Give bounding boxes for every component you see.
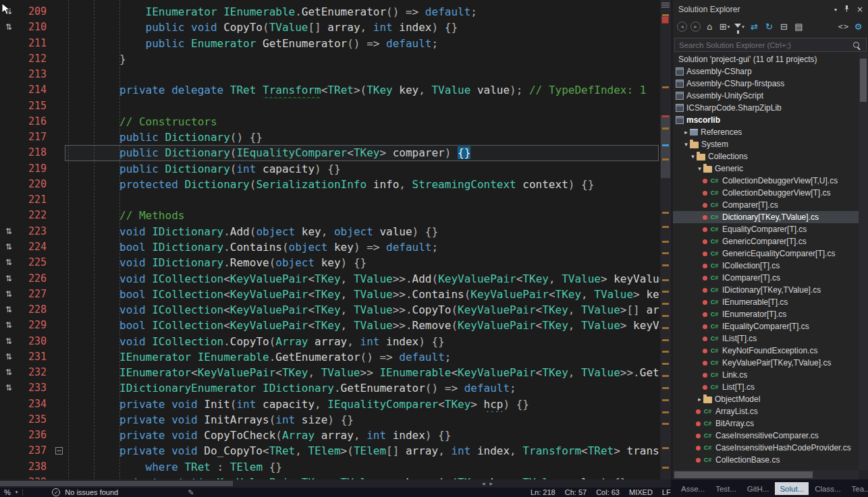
tree-item[interactable]: C#Link.cs [673, 369, 859, 381]
code-line[interactable]: 218 public Dictionary(IEqualityComparer<… [0, 145, 660, 160]
tool-window-tab[interactable]: Class... [810, 482, 845, 495]
interface-implementation-icon[interactable]: ⇅ [0, 239, 18, 255]
interface-implementation-icon[interactable]: ⇅ [0, 365, 18, 380]
code-line[interactable]: 222 // Methods [0, 208, 660, 223]
window-position-icon[interactable]: ▾ [834, 7, 837, 13]
code-line[interactable]: 211 public Enumerator GetEnumerator() =>… [0, 36, 660, 51]
tree-item[interactable]: Solution 'project-gui' (11 of 11 project… [673, 53, 859, 65]
show-all-files-button[interactable]: ▤ [793, 20, 805, 34]
interface-implementation-icon[interactable]: ⇅ [0, 271, 18, 287]
code-line[interactable]: ⇅231 IEnumerator IEnumerable.GetEnumerat… [0, 349, 660, 365]
zoom-level[interactable]: % [4, 488, 11, 496]
home-button[interactable]: ⌂ [704, 20, 715, 34]
code-line[interactable]: ⇅227 bool ICollection<KeyValuePair<TKey,… [0, 287, 660, 302]
tree-item[interactable]: C#List[T].cs [673, 381, 859, 393]
collapse-all-button[interactable]: ⊟ [778, 20, 790, 34]
tree-item[interactable]: Assembly-UnityScript [673, 90, 859, 102]
tree-item[interactable]: C#Comparer[T].cs [673, 199, 859, 211]
tree-item[interactable]: C#KeyNotFoundException.cs [673, 345, 859, 357]
interface-implementation-icon[interactable]: ⇅ [0, 302, 18, 318]
eol-indicator[interactable]: LF [662, 488, 671, 496]
code-line[interactable]: 237− private void Do_CopyTo<TRet, TElem>… [0, 443, 660, 459]
tree-item[interactable]: ICSharpCode.SharpZipLib [673, 102, 859, 114]
expanded-arrow-icon[interactable]: ▾ [696, 165, 703, 172]
tree-vertical-scrollbar[interactable] [859, 53, 868, 470]
scrollbar-thumb[interactable] [674, 471, 813, 478]
interface-implementation-icon[interactable]: ⇅ [0, 287, 18, 302]
tree-item[interactable]: ▸References [673, 126, 859, 138]
tree-item[interactable]: ▾Collections [673, 150, 859, 163]
code-line[interactable]: 235 private void InitArrays(int size) {} [0, 412, 660, 428]
code-line[interactable]: ⇅229 bool ICollection<KeyValuePair<TKey,… [0, 318, 660, 333]
code-line[interactable]: ⇅225 void IDictionary.Remove(object key)… [0, 255, 660, 270]
collapsed-arrow-icon[interactable]: ▸ [682, 129, 690, 136]
chevron-down-icon[interactable]: ▾ [16, 490, 18, 495]
code-line[interactable]: 216 // Constructors [0, 114, 660, 129]
search-icon[interactable] [853, 42, 859, 48]
properties-button[interactable]: ⚙ [852, 20, 864, 34]
scroll-left-icon[interactable]: ◂ [482, 480, 485, 487]
code-line[interactable]: 214 private delegate TRet Transform<TRet… [0, 82, 660, 98]
code-line[interactable]: ⇅233 IDictionaryEnumerator IDictionary.G… [0, 380, 660, 396]
tree-horizontal-scrollbar[interactable] [673, 470, 859, 479]
tree-item[interactable]: C#CollectionDebuggerView[T,U].cs [673, 175, 859, 187]
tree-item[interactable]: ▸ObjectModel [673, 393, 859, 405]
forward-button[interactable]: ▸ [690, 22, 701, 32]
code-line[interactable]: 212 } [0, 51, 660, 67]
tree-item[interactable]: Assembly-CSharp [673, 65, 859, 78]
tree-item[interactable]: C#IEqualityComparer[T].cs [673, 320, 859, 332]
tree-item[interactable]: C#ICollection[T].cs [673, 260, 859, 272]
tree-item[interactable]: C#IDictionary[TKey,TValue].cs [673, 284, 859, 296]
tool-window-tab[interactable]: Solut... [775, 482, 809, 495]
code-line[interactable]: 219 public Dictionary(int capacity) {} [0, 161, 660, 177]
view-code-button[interactable]: <> [838, 20, 849, 34]
editor-vertical-scrollbar[interactable] [660, 0, 671, 481]
issues-check-icon[interactable]: ✓ [52, 488, 60, 496]
tree-item[interactable]: C#CollectionBase.cs [673, 454, 859, 466]
code-line[interactable]: ⇅209 IEnumerator IEnumerable.GetEnumerat… [0, 4, 660, 20]
tree-item[interactable]: C#GenericEqualityComparer[T].cs [673, 247, 859, 260]
tree-item[interactable]: C#ArrayList.cs [673, 405, 859, 417]
tree-item[interactable]: Assembly-CSharp-firstpass [673, 78, 859, 90]
tree-item[interactable]: C#CollectionDebuggerView[T].cs [673, 187, 859, 199]
interface-implementation-icon[interactable]: ⇅ [0, 224, 18, 239]
code-line[interactable]: 217 public Dictionary() {} [0, 129, 660, 145]
code-line[interactable]: ⇅230 void ICollection.CopyTo(Array array… [0, 334, 660, 349]
tree-item[interactable]: C#GenericComparer[T].cs [673, 235, 859, 247]
collapsed-arrow-icon[interactable]: ▸ [696, 396, 703, 403]
interface-implementation-icon[interactable]: ⇅ [0, 255, 18, 270]
scrollbar-thumb[interactable] [860, 59, 867, 102]
refresh-button[interactable]: ↻ [763, 20, 775, 34]
tree-item[interactable]: C#CaseInsensitiveHashCodeProvider.cs [673, 442, 859, 454]
code-editor[interactable]: ⇅209 IEnumerator IEnumerable.GetEnumerat… [0, 0, 660, 481]
sync-with-active-document-button[interactable]: ⇄ [749, 20, 760, 34]
tree-item[interactable]: C#IList[T].cs [673, 332, 859, 345]
code-line[interactable]: 215 [0, 98, 660, 114]
expanded-arrow-icon[interactable]: ▾ [689, 153, 697, 160]
tool-window-tab[interactable]: GitH... [742, 482, 774, 495]
tree-item[interactable]: C#KeyValuePair[TKey,TValue].cs [673, 357, 859, 369]
close-icon[interactable]: × [857, 5, 863, 14]
code-line[interactable]: ⇅224 bool IDictionary.Contains(object ke… [0, 239, 660, 255]
tree-item[interactable]: C#IEnumerator[T].cs [673, 308, 859, 320]
scrollbar-thumb[interactable] [661, 115, 670, 178]
tool-window-tab[interactable]: Tea... [847, 482, 868, 495]
pin-icon[interactable] [843, 5, 850, 14]
tree-item[interactable]: ▾Generic [673, 163, 859, 175]
code-line[interactable]: ⇅223 void IDictionary.Add(object key, ob… [0, 224, 660, 239]
editor-horizontal-scrollbar[interactable]: ◂ ▸ [0, 479, 671, 488]
line-ending-indicator[interactable]: MIXED [629, 488, 653, 496]
back-button[interactable]: ◂ [677, 22, 687, 32]
tree-item[interactable]: C#EqualityComparer[T].cs [673, 223, 859, 235]
expanded-arrow-icon[interactable]: ▾ [682, 141, 690, 148]
search-input[interactable] [675, 41, 853, 49]
code-line[interactable]: 221 [0, 192, 660, 208]
tree-item[interactable]: ▾System [673, 138, 859, 150]
tree-item[interactable]: C#IComparer[T].cs [673, 272, 859, 284]
code-line[interactable]: ⇅232 IEnumerator<KeyValuePair<TKey, TVal… [0, 365, 660, 380]
code-line[interactable]: ⇅210 public void CopyTo(TValue[] array, … [0, 20, 660, 35]
interface-implementation-icon[interactable]: ⇅ [0, 349, 18, 365]
interface-implementation-icon[interactable]: ⇅ [0, 334, 18, 349]
tool-window-tab[interactable]: Test... [711, 482, 741, 495]
scroll-right-icon[interactable]: ▸ [490, 480, 493, 487]
